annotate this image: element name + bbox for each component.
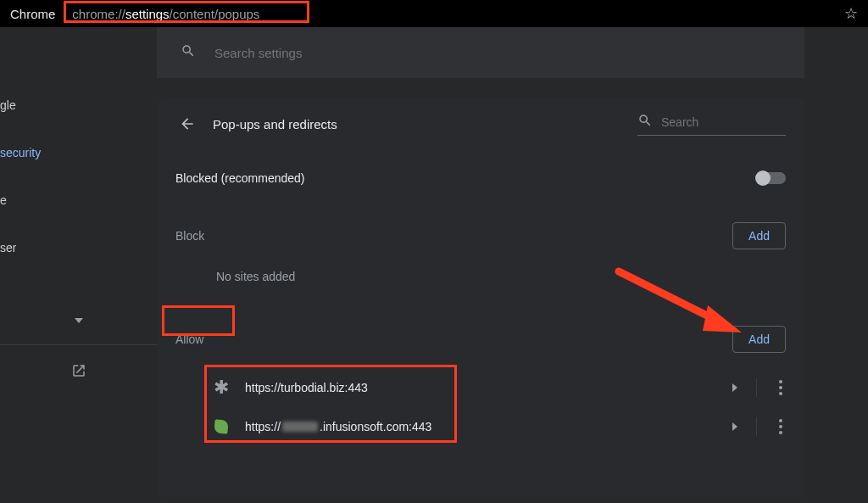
allow-site-url-0: https://turbodial.biz:443	[245, 381, 368, 394]
blocked-toggle[interactable]	[757, 172, 786, 184]
page-search-input[interactable]	[661, 115, 780, 129]
allow-site-url-1: https://.infusionsoft.com:443	[245, 420, 431, 433]
url-strong: settings	[125, 7, 170, 21]
browser-omnibar: Chrome chrome://settings/content/popups …	[0, 0, 868, 27]
chevron-down-icon	[75, 318, 83, 323]
more-menu-icon[interactable]	[776, 416, 786, 438]
search-icon	[637, 113, 653, 131]
sidebar-item-security[interactable]: security	[0, 136, 157, 170]
allow-add-button[interactable]: Add	[732, 326, 786, 353]
arrow-left-icon	[179, 115, 196, 132]
sidebar-open-external[interactable]	[0, 355, 157, 389]
sidebar-item-e[interactable]: e	[0, 183, 157, 217]
block-section-label: Block	[175, 229, 204, 243]
settings-main: Pop-ups and redirects Blocked (recommend…	[157, 27, 804, 503]
right-gutter	[804, 27, 868, 503]
more-menu-icon[interactable]	[776, 377, 786, 399]
browser-title: Chrome	[10, 7, 55, 21]
url-suffix: /content/popups	[170, 7, 260, 21]
annotation-allow-highlight	[162, 305, 235, 336]
allow-section-row: Allow Add	[157, 300, 804, 368]
allow-site-row-0[interactable]: ✱ https://turbodial.biz:443	[157, 368, 804, 407]
blocked-label: Blocked (recommended)	[175, 171, 305, 185]
settings-card: Pop-ups and redirects Blocked (recommend…	[157, 98, 804, 497]
sidebar-expand[interactable]	[0, 304, 157, 338]
allow-section-label: Allow	[175, 333, 203, 346]
url-field[interactable]: chrome://settings/content/popups	[69, 5, 263, 23]
divider	[756, 417, 757, 436]
search-settings-bar	[157, 27, 804, 78]
back-button[interactable]	[175, 112, 199, 136]
allow-site-row-1[interactable]: https://.infusionsoft.com:443	[157, 407, 804, 446]
block-section-row: Block Add	[157, 200, 804, 265]
sidebar-item-google[interactable]: gle	[0, 88, 157, 122]
divider	[756, 378, 757, 397]
url-prefix: chrome://	[72, 7, 125, 21]
search-settings-input[interactable]	[214, 46, 554, 60]
open-external-icon	[71, 363, 86, 382]
block-add-button[interactable]: Add	[732, 222, 786, 249]
settings-sidebar: gle security e ser	[0, 27, 157, 503]
bookmark-star-icon[interactable]: ☆	[844, 4, 858, 23]
chevron-right-icon[interactable]	[732, 383, 737, 392]
search-icon	[181, 43, 196, 62]
sidebar-item-ser[interactable]: ser	[0, 231, 157, 265]
blocked-toggle-row: Blocked (recommended)	[157, 144, 804, 200]
redacted-text	[282, 422, 318, 432]
chevron-right-icon[interactable]	[732, 422, 737, 431]
leaf-icon	[211, 416, 231, 437]
wildcard-icon: ✱	[211, 377, 231, 398]
page-title: Pop-ups and redirects	[213, 117, 337, 131]
page-search[interactable]	[637, 113, 786, 136]
sidebar-divider	[0, 344, 157, 345]
block-empty-text: No sites added	[157, 265, 804, 300]
